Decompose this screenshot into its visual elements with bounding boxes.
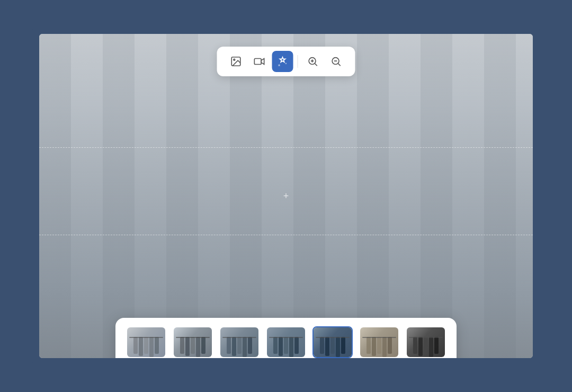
zoom-out-button[interactable]: [326, 51, 347, 72]
filter-thumb-original: [126, 326, 166, 358]
image-icon: [230, 56, 242, 67]
svg-line-9: [338, 64, 341, 66]
filter-item-cinema[interactable]: Cinema: [312, 326, 353, 358]
zoom-in-button[interactable]: [302, 51, 324, 72]
filter-strip: Original: [115, 318, 457, 358]
image-canvas: +: [39, 34, 533, 358]
toolbar: [217, 47, 355, 76]
guide-line-1: [39, 147, 533, 148]
image-button[interactable]: [226, 51, 247, 72]
filter-item-sol[interactable]: Sol: [359, 326, 399, 358]
filter-thumb-cinema: [312, 326, 353, 358]
filter-item-vibe[interactable]: Vibe: [219, 326, 260, 358]
zoom-in-icon: [307, 56, 319, 67]
zoom-out-icon: [330, 56, 342, 67]
filter-item-shadow[interactable]: Shadow: [406, 326, 446, 358]
toolbar-divider: [298, 55, 298, 68]
guide-line-2: [39, 235, 533, 235]
outer-frame: +: [32, 26, 540, 366]
filter-item-clarity[interactable]: Clarity: [266, 326, 306, 358]
filter-thumb-edge: [173, 326, 213, 358]
filter-thumb-shadow: [406, 326, 446, 358]
filter-item-original[interactable]: Original: [126, 326, 166, 358]
filter-item-edge[interactable]: Edge: [173, 326, 213, 358]
video-icon: [254, 56, 265, 67]
effects-icon: [277, 56, 289, 67]
svg-line-6: [315, 64, 317, 66]
svg-rect-2: [254, 59, 261, 65]
filter-thumb-sol: [359, 326, 399, 358]
svg-point-1: [234, 59, 235, 60]
effects-button[interactable]: [272, 51, 293, 72]
video-button[interactable]: [249, 51, 270, 72]
filter-thumb-clarity: [266, 326, 306, 358]
crosshair: +: [281, 191, 291, 201]
filter-thumb-vibe: [219, 326, 260, 358]
